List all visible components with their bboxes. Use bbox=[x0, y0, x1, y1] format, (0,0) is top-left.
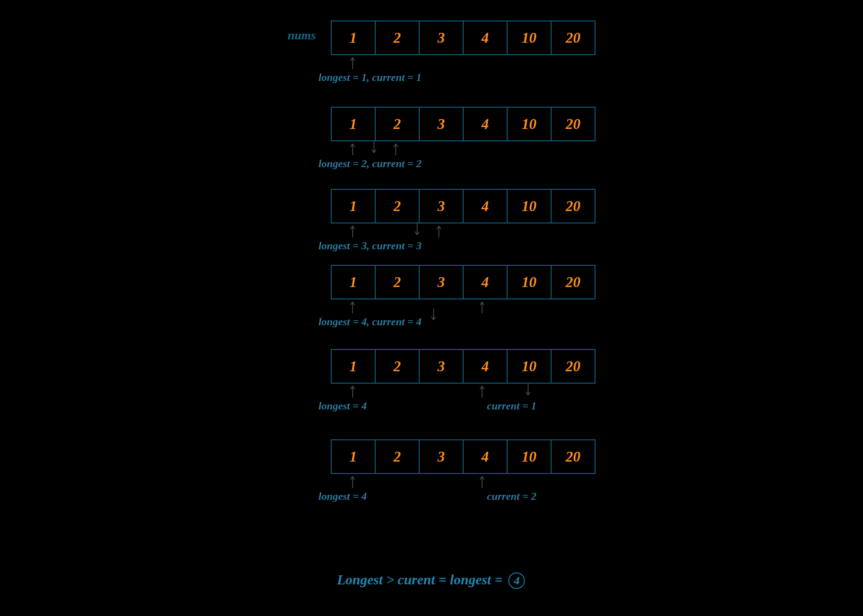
array-cell: 2 bbox=[375, 189, 420, 223]
array-row-step-3: 12341020 bbox=[331, 265, 595, 299]
array-cell: 4 bbox=[463, 439, 508, 474]
step-caption: longest = 3, current = 3 bbox=[318, 240, 422, 252]
array-cell: 20 bbox=[551, 439, 595, 474]
array-cell: 10 bbox=[507, 21, 551, 55]
step-caption: longest = 2, current = 2 bbox=[318, 158, 422, 170]
step-caption-right: current = 2 bbox=[487, 490, 536, 503]
pointer-up-arrow bbox=[478, 474, 486, 490]
pointer-up-arrow bbox=[349, 141, 356, 158]
array-variable-label: nums bbox=[288, 28, 316, 42]
array-cell: 4 bbox=[463, 21, 508, 55]
final-result-text: Longest > curent = longest = 4 bbox=[337, 572, 525, 589]
pointer-down-arrow bbox=[370, 141, 378, 158]
array-cell: 1 bbox=[331, 21, 376, 55]
pointer-down-arrow bbox=[524, 384, 532, 400]
final-prefix: Longest > curent = longest = bbox=[337, 572, 506, 587]
pointer-up-arrow bbox=[392, 141, 399, 158]
array-cell: 10 bbox=[507, 189, 551, 223]
pointer-down-arrow bbox=[413, 223, 421, 240]
array-row-step-2: 12341020 bbox=[331, 189, 595, 223]
array-cell: 3 bbox=[419, 265, 464, 299]
array-cell: 20 bbox=[551, 21, 595, 55]
array-cell: 20 bbox=[551, 107, 595, 141]
array-cell: 2 bbox=[375, 265, 420, 299]
array-cell: 2 bbox=[375, 439, 420, 474]
array-cell: 2 bbox=[375, 349, 420, 384]
array-cell: 10 bbox=[507, 349, 551, 384]
array-cell: 1 bbox=[331, 439, 376, 474]
step-caption-left: longest = 4 bbox=[318, 490, 367, 503]
array-cell: 10 bbox=[507, 107, 551, 141]
array-cell: 20 bbox=[551, 189, 595, 223]
array-cell: 2 bbox=[375, 107, 420, 141]
array-cell: 20 bbox=[551, 265, 595, 299]
step-caption-left: longest = 4 bbox=[318, 400, 367, 412]
pointer-up-arrow bbox=[435, 223, 443, 240]
array-cell: 1 bbox=[331, 189, 376, 223]
array-row-step-0: 12341020 bbox=[331, 21, 595, 55]
pointer-up-arrow bbox=[349, 299, 356, 316]
array-cell: 1 bbox=[331, 349, 376, 384]
step-caption: longest = 1, current = 1 bbox=[318, 71, 422, 84]
array-cell: 3 bbox=[419, 107, 464, 141]
array-cell: 3 bbox=[419, 189, 464, 223]
array-cell: 10 bbox=[507, 265, 551, 299]
array-cell: 4 bbox=[463, 107, 508, 141]
pointer-up-arrow bbox=[349, 474, 356, 490]
pointer-up-arrow bbox=[349, 223, 356, 240]
array-cell: 2 bbox=[375, 21, 420, 55]
array-cell: 20 bbox=[551, 349, 595, 384]
pointer-up-arrow bbox=[478, 299, 486, 316]
step-caption: longest = 4, current = 4 bbox=[318, 316, 422, 328]
step-caption-right: current = 1 bbox=[487, 400, 536, 412]
array-cell: 10 bbox=[507, 439, 551, 474]
pointer-up-arrow bbox=[478, 384, 486, 400]
array-row-step-4: 12341020 bbox=[331, 349, 595, 384]
array-cell: 1 bbox=[331, 107, 376, 141]
array-cell: 3 bbox=[419, 439, 464, 474]
array-cell: 4 bbox=[463, 189, 508, 223]
pointer-up-arrow bbox=[349, 384, 356, 400]
array-cell: 3 bbox=[419, 21, 464, 55]
array-row-step-1: 12341020 bbox=[331, 107, 595, 141]
array-cell: 1 bbox=[331, 265, 376, 299]
array-cell: 4 bbox=[463, 349, 508, 384]
final-value-circled: 4 bbox=[508, 572, 525, 589]
pointer-down-arrow bbox=[430, 308, 437, 325]
array-row-step-5: 12341020 bbox=[331, 439, 595, 474]
pointer-up-arrow bbox=[349, 55, 356, 71]
array-cell: 3 bbox=[419, 349, 464, 384]
array-cell: 4 bbox=[463, 265, 508, 299]
